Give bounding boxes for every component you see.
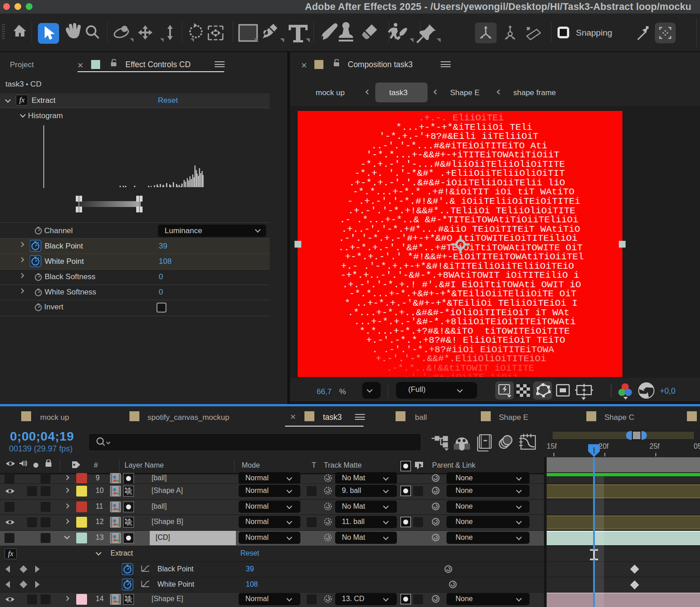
- svg-text:Snapping: Snapping: [576, 28, 612, 37]
- svg-text:+0,0: +0,0: [660, 386, 676, 395]
